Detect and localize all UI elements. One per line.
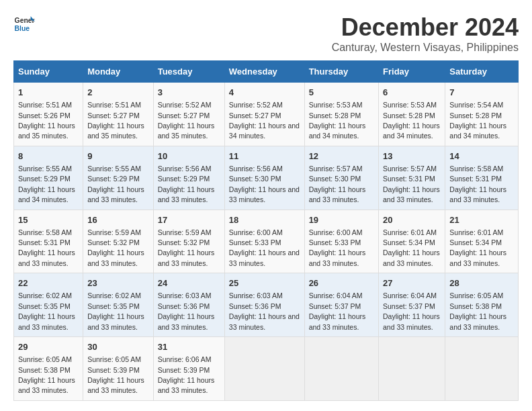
title-area: December 2024 Canturay, Western Visayas,…: [332, 13, 519, 54]
day-info: Sunrise: 6:03 AMSunset: 5:36 PMDaylight:…: [229, 291, 300, 330]
day-info: Sunrise: 6:02 AMSunset: 5:35 PMDaylight:…: [18, 291, 75, 330]
day-cell: 13Sunrise: 5:57 AMSunset: 5:31 PMDayligh…: [379, 146, 445, 210]
day-info: Sunrise: 6:03 AMSunset: 5:36 PMDaylight:…: [158, 291, 215, 330]
day-number: 20: [383, 214, 441, 226]
day-number: 2: [87, 87, 149, 99]
day-number: 31: [158, 341, 220, 353]
main-title: December 2024: [332, 13, 519, 42]
day-number: 26: [309, 277, 374, 289]
day-cell: 18Sunrise: 6:00 AMSunset: 5:33 PMDayligh…: [224, 210, 304, 273]
day-info: Sunrise: 5:57 AMSunset: 5:30 PMDaylight:…: [309, 165, 366, 203]
day-cell: 9Sunrise: 5:55 AMSunset: 5:29 PMDaylight…: [83, 146, 154, 210]
day-info: Sunrise: 6:02 AMSunset: 5:35 PMDaylight:…: [87, 291, 144, 330]
day-number: 30: [87, 341, 149, 353]
day-cell: 8Sunrise: 5:55 AMSunset: 5:29 PMDaylight…: [14, 146, 83, 210]
subtitle: Canturay, Western Visayas, Philippines: [332, 42, 519, 54]
day-number: 6: [383, 87, 441, 99]
day-cell: 21Sunrise: 6:01 AMSunset: 5:34 PMDayligh…: [445, 210, 519, 273]
header-monday: Monday: [83, 61, 154, 83]
week-row-2: 8Sunrise: 5:55 AMSunset: 5:29 PMDaylight…: [14, 146, 519, 210]
week-row-4: 22Sunrise: 6:02 AMSunset: 5:35 PMDayligh…: [14, 273, 519, 337]
day-cell: 31Sunrise: 6:06 AMSunset: 5:39 PMDayligh…: [153, 337, 224, 401]
day-cell: 3Sunrise: 5:52 AMSunset: 5:27 PMDaylight…: [153, 83, 224, 146]
day-cell: [379, 337, 445, 401]
header-thursday: Thursday: [304, 61, 378, 83]
day-cell: 12Sunrise: 5:57 AMSunset: 5:30 PMDayligh…: [304, 146, 378, 210]
day-info: Sunrise: 5:52 AMSunset: 5:27 PMDaylight:…: [158, 101, 215, 140]
day-info: Sunrise: 6:04 AMSunset: 5:37 PMDaylight:…: [309, 291, 366, 330]
day-number: 12: [309, 150, 374, 163]
day-cell: 6Sunrise: 5:53 AMSunset: 5:28 PMDaylight…: [379, 83, 445, 146]
day-cell: 28Sunrise: 6:05 AMSunset: 5:38 PMDayligh…: [445, 273, 519, 337]
week-row-3: 15Sunrise: 5:58 AMSunset: 5:31 PMDayligh…: [14, 210, 519, 273]
day-info: Sunrise: 6:05 AMSunset: 5:38 PMDaylight:…: [18, 355, 75, 394]
day-info: Sunrise: 6:00 AMSunset: 5:33 PMDaylight:…: [309, 228, 366, 267]
day-cell: 4Sunrise: 5:52 AMSunset: 5:27 PMDaylight…: [224, 83, 304, 146]
day-cell: 26Sunrise: 6:04 AMSunset: 5:37 PMDayligh…: [304, 273, 378, 337]
day-number: 14: [449, 150, 514, 163]
day-number: 23: [87, 277, 149, 289]
day-info: Sunrise: 6:05 AMSunset: 5:39 PMDaylight:…: [87, 355, 144, 394]
calendar-table: SundayMondayTuesdayWednesdayThursdayFrid…: [13, 60, 519, 401]
day-info: Sunrise: 5:55 AMSunset: 5:29 PMDaylight:…: [87, 165, 144, 203]
day-cell: 15Sunrise: 5:58 AMSunset: 5:31 PMDayligh…: [14, 210, 83, 273]
day-info: Sunrise: 6:04 AMSunset: 5:37 PMDaylight:…: [383, 291, 440, 330]
day-number: 8: [18, 150, 79, 163]
day-cell: 1Sunrise: 5:51 AMSunset: 5:26 PMDaylight…: [14, 83, 83, 146]
day-cell: 5Sunrise: 5:53 AMSunset: 5:28 PMDaylight…: [304, 83, 378, 146]
week-row-1: 1Sunrise: 5:51 AMSunset: 5:26 PMDaylight…: [14, 83, 519, 146]
day-number: 28: [449, 277, 514, 289]
day-cell: 24Sunrise: 6:03 AMSunset: 5:36 PMDayligh…: [153, 273, 224, 337]
day-cell: 29Sunrise: 6:05 AMSunset: 5:38 PMDayligh…: [14, 337, 83, 401]
day-number: 1: [18, 87, 79, 99]
day-number: 13: [383, 150, 441, 163]
day-number: 17: [158, 214, 220, 226]
day-cell: [304, 337, 378, 401]
day-cell: 10Sunrise: 5:56 AMSunset: 5:29 PMDayligh…: [153, 146, 224, 210]
day-number: 4: [229, 87, 300, 99]
day-number: 19: [309, 214, 374, 226]
day-number: 7: [449, 87, 514, 99]
day-cell: 2Sunrise: 5:51 AMSunset: 5:27 PMDaylight…: [83, 83, 154, 146]
day-info: Sunrise: 5:51 AMSunset: 5:27 PMDaylight:…: [87, 101, 144, 140]
day-info: Sunrise: 5:55 AMSunset: 5:29 PMDaylight:…: [18, 165, 75, 203]
day-number: 5: [309, 87, 374, 99]
day-info: Sunrise: 5:58 AMSunset: 5:31 PMDaylight:…: [449, 165, 506, 203]
header: General Blue December 2024 Canturay, Wes…: [13, 13, 519, 54]
day-info: Sunrise: 6:01 AMSunset: 5:34 PMDaylight:…: [449, 228, 506, 267]
day-cell: 11Sunrise: 5:56 AMSunset: 5:30 PMDayligh…: [224, 146, 304, 210]
day-number: 27: [383, 277, 441, 289]
calendar-header-row: SundayMondayTuesdayWednesdayThursdayFrid…: [14, 61, 519, 83]
day-cell: 17Sunrise: 5:59 AMSunset: 5:32 PMDayligh…: [153, 210, 224, 273]
logo-icon: General Blue: [13, 13, 35, 35]
day-info: Sunrise: 5:57 AMSunset: 5:31 PMDaylight:…: [383, 165, 440, 203]
day-number: 9: [87, 150, 149, 163]
day-number: 25: [229, 277, 300, 289]
day-info: Sunrise: 6:00 AMSunset: 5:33 PMDaylight:…: [229, 228, 300, 267]
day-info: Sunrise: 5:53 AMSunset: 5:28 PMDaylight:…: [383, 101, 440, 140]
day-number: 11: [229, 150, 300, 163]
day-info: Sunrise: 5:59 AMSunset: 5:32 PMDaylight:…: [158, 228, 215, 267]
day-number: 3: [158, 87, 220, 99]
day-info: Sunrise: 6:01 AMSunset: 5:34 PMDaylight:…: [383, 228, 440, 267]
header-tuesday: Tuesday: [153, 61, 224, 83]
header-sunday: Sunday: [14, 61, 83, 83]
day-info: Sunrise: 6:05 AMSunset: 5:38 PMDaylight:…: [449, 291, 506, 330]
day-number: 29: [18, 341, 79, 353]
day-info: Sunrise: 5:59 AMSunset: 5:32 PMDaylight:…: [87, 228, 144, 267]
day-info: Sunrise: 6:06 AMSunset: 5:39 PMDaylight:…: [158, 355, 215, 394]
day-cell: [224, 337, 304, 401]
day-cell: 30Sunrise: 6:05 AMSunset: 5:39 PMDayligh…: [83, 337, 154, 401]
day-info: Sunrise: 5:58 AMSunset: 5:31 PMDaylight:…: [18, 228, 75, 267]
day-cell: 20Sunrise: 6:01 AMSunset: 5:34 PMDayligh…: [379, 210, 445, 273]
day-cell: 14Sunrise: 5:58 AMSunset: 5:31 PMDayligh…: [445, 146, 519, 210]
header-saturday: Saturday: [445, 61, 519, 83]
header-wednesday: Wednesday: [224, 61, 304, 83]
day-cell: 27Sunrise: 6:04 AMSunset: 5:37 PMDayligh…: [379, 273, 445, 337]
day-number: 15: [18, 214, 79, 226]
day-number: 16: [87, 214, 149, 226]
logo: General Blue: [13, 13, 35, 35]
day-info: Sunrise: 5:53 AMSunset: 5:28 PMDaylight:…: [309, 101, 366, 140]
day-info: Sunrise: 5:56 AMSunset: 5:29 PMDaylight:…: [158, 165, 215, 203]
day-cell: 16Sunrise: 5:59 AMSunset: 5:32 PMDayligh…: [83, 210, 154, 273]
